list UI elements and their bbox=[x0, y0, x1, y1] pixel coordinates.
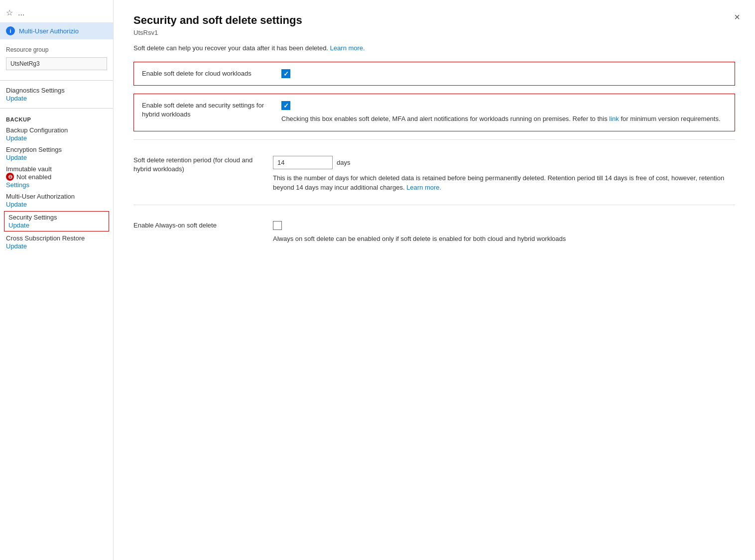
always-on-control: Always on soft delete can be enabled onl… bbox=[273, 221, 735, 244]
retention-period-label: Soft delete retention period (for cloud … bbox=[133, 156, 273, 174]
sidebar: ☆ ... i Multi-User Authorizio Resource g… bbox=[0, 0, 114, 560]
banner-text: Multi-User Authorizio bbox=[19, 27, 79, 35]
section-divider-2 bbox=[133, 205, 735, 205]
main-panel: × Security and soft delete settings UtsR… bbox=[114, 0, 755, 560]
backup-group-title: BACKUP bbox=[0, 112, 113, 124]
cloud-workloads-control: ✓ bbox=[281, 69, 727, 78]
backup-config-label: Backup Configuration bbox=[6, 126, 107, 134]
not-enabled-text: Not enabled bbox=[16, 173, 51, 181]
immutable-vault-item: Immutable vault ⊖ Not enabled Settings bbox=[0, 163, 113, 191]
always-on-label: Enable Always-on soft delete bbox=[133, 221, 273, 230]
multi-user-auth-item: Multi-User Authorization Update bbox=[0, 191, 113, 210]
always-on-checkbox[interactable] bbox=[273, 221, 282, 230]
info-icon: i bbox=[6, 26, 15, 35]
hybrid-link[interactable]: link bbox=[609, 115, 619, 122]
learn-more-intro-link[interactable]: Learn more. bbox=[330, 44, 365, 52]
cloud-workloads-label: Enable soft delete for cloud workloads bbox=[142, 69, 281, 78]
retention-period-control: days This is the number of days for whic… bbox=[273, 156, 735, 193]
security-settings-label: Security Settings bbox=[8, 214, 105, 221]
hybrid-workloads-description: Checking this box enables soft delete, M… bbox=[281, 114, 727, 124]
diagnostics-settings-item: Diagnostics Settings Update bbox=[0, 85, 113, 104]
sidebar-top-bar: ☆ ... bbox=[0, 5, 113, 22]
cross-subscription-item: Cross Subscription Restore Update bbox=[0, 232, 113, 252]
resource-group-label: Resource group bbox=[0, 44, 113, 55]
hybrid-workloads-label: Enable soft delete and security settings… bbox=[142, 101, 281, 119]
security-settings-update-link[interactable]: Update bbox=[8, 221, 29, 229]
multi-user-auth-update-link[interactable]: Update bbox=[6, 200, 27, 208]
immutable-vault-label: Immutable vault bbox=[6, 165, 107, 173]
diagnostics-label: Diagnostics Settings bbox=[6, 87, 107, 94]
always-on-description: Always on soft delete can be enabled onl… bbox=[273, 234, 735, 244]
always-on-row: Enable Always-on soft delete Always on s… bbox=[133, 213, 735, 252]
retention-days-input[interactable] bbox=[273, 156, 333, 169]
cross-subscription-update-link[interactable]: Update bbox=[6, 242, 27, 250]
intro-description: Soft delete can help you recover your da… bbox=[133, 44, 735, 52]
checkmark-icon: ✓ bbox=[283, 71, 289, 77]
multi-user-auth-label: Multi-User Authorization bbox=[6, 193, 107, 200]
cross-subscription-label: Cross Subscription Restore bbox=[6, 234, 107, 242]
backup-configuration-item: Backup Configuration Update bbox=[0, 124, 113, 144]
cloud-workloads-checkbox[interactable]: ✓ bbox=[281, 69, 290, 78]
security-settings-item: Security Settings Update bbox=[4, 211, 109, 231]
days-suffix: days bbox=[337, 159, 350, 166]
learn-more-retention-link[interactable]: Learn more. bbox=[406, 184, 441, 191]
immutable-settings-link[interactable]: Settings bbox=[6, 181, 29, 189]
star-icon[interactable]: ☆ bbox=[6, 8, 13, 17]
hybrid-workloads-checkbox[interactable]: ✓ bbox=[281, 101, 290, 110]
sidebar-banner[interactable]: i Multi-User Authorizio bbox=[0, 22, 113, 39]
hybrid-workloads-row: Enable soft delete and security settings… bbox=[133, 94, 735, 131]
retention-period-row: Soft delete retention period (for cloud … bbox=[133, 148, 735, 201]
backup-config-update-link[interactable]: Update bbox=[6, 134, 27, 142]
hybrid-workloads-control: ✓ Checking this box enables soft delete,… bbox=[281, 101, 727, 124]
immutable-status: ⊖ Not enabled bbox=[6, 173, 107, 181]
close-button[interactable]: × bbox=[734, 12, 740, 22]
checkmark-icon-2: ✓ bbox=[283, 103, 289, 109]
diagnostics-update-link[interactable]: Update bbox=[6, 94, 27, 102]
encryption-settings-item: Encryption Settings Update bbox=[0, 144, 113, 163]
section-divider-1 bbox=[133, 139, 735, 140]
not-enabled-icon: ⊖ bbox=[6, 173, 14, 181]
resource-group-value: UtsNetRg3 bbox=[6, 57, 107, 70]
encryption-update-link[interactable]: Update bbox=[6, 153, 27, 161]
encryption-label: Encryption Settings bbox=[6, 146, 107, 153]
panel-title: Security and soft delete settings bbox=[133, 14, 735, 27]
more-options-icon[interactable]: ... bbox=[18, 8, 24, 17]
cloud-workloads-row: Enable soft delete for cloud workloads ✓ bbox=[133, 62, 735, 86]
panel-subtitle: UtsRsv1 bbox=[133, 29, 735, 36]
retention-period-description: This is the number of days for which del… bbox=[273, 173, 735, 193]
